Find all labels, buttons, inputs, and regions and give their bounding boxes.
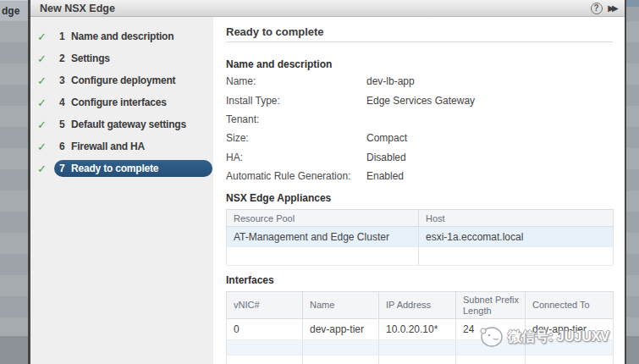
summary-row: Install Type: Edge Services Gateway [226, 91, 613, 109]
summary-row: Name: dev-lb-app [226, 72, 613, 91]
collapse-double-arrow-icon[interactable]: ▶▶ [607, 2, 620, 14]
step-label: Settings [71, 52, 110, 64]
cell-resource-pool: AT-Management and Edge Cluster [227, 227, 419, 247]
column-header-name[interactable]: Name [303, 292, 379, 319]
table-row [227, 247, 614, 266]
step-number: 1 [59, 30, 71, 42]
help-icon[interactable]: ? [590, 2, 603, 14]
summary-row: Automatic Rule Generation: Enabled [226, 167, 613, 185]
check-icon: ✓ [37, 52, 54, 65]
section-title-nsx-edge-appliances: NSX Edge Appliances [226, 192, 613, 204]
step-label: Ready to complete [71, 163, 158, 174]
wizard-step-configure-interfaces[interactable]: ✓ 4Configure interfaces [30, 91, 213, 113]
new-nsx-edge-dialog: New NSX Edge ? ▶▶ ✓ 1Name and descriptio… [28, 0, 626, 364]
section-title-interfaces: Interfaces [226, 274, 613, 286]
step-number: 7 [59, 163, 71, 174]
cell-name: dev-app-tier [303, 319, 379, 340]
field-label: Install Type: [226, 95, 366, 107]
field-value: Disabled [366, 152, 406, 163]
step-label: Default gateway settings [71, 119, 186, 130]
step-label: Name and description [71, 30, 174, 42]
column-header-resource-pool[interactable]: Resource Pool [227, 210, 419, 227]
check-icon: ✓ [37, 30, 54, 43]
field-label: Name: [226, 75, 366, 87]
field-label: Size: [226, 132, 366, 144]
summary-row: Tenant: [226, 110, 613, 129]
name-description-summary: Name: dev-lb-app Install Type: Edge Serv… [226, 72, 613, 185]
ready-to-complete-panel: Ready to complete Name and description N… [213, 17, 625, 364]
step-label: Configure deployment [71, 74, 175, 86]
cell-host [419, 247, 614, 266]
field-value: Compact [366, 132, 407, 144]
table-header-row: vNIC# Name IP Address Subnet Prefix Leng… [227, 292, 614, 319]
column-header-host[interactable]: Host [419, 210, 614, 227]
background-window-left: dge [0, 0, 28, 364]
step-label: Firewall and HA [71, 141, 145, 152]
column-header-connected-to[interactable]: Connected To [526, 292, 614, 319]
column-header-subnet-prefix-length[interactable]: Subnet Prefix Length [456, 292, 526, 319]
table-row [227, 356, 614, 364]
step-number: 6 [59, 141, 71, 152]
cell-connected-to: dev-app-tier [526, 319, 614, 340]
cell-resource-pool [227, 247, 419, 266]
step-number: 3 [59, 74, 71, 86]
field-label: Automatic Rule Generation: [226, 170, 366, 182]
wizard-step-default-gateway-settings[interactable]: ✓ 5Default gateway settings [30, 113, 213, 135]
field-value: Enabled [366, 170, 404, 182]
heading-divider [226, 41, 613, 42]
table-row[interactable]: 0 dev-app-tier 10.0.20.10* 24 dev-app-ti… [227, 319, 614, 340]
wizard-step-settings[interactable]: ✓ 2Settings [30, 47, 213, 69]
table-row[interactable]: AT-Management and Edge Cluster esxi-1a.e… [227, 227, 614, 247]
background-bottom-band [625, 336, 639, 364]
step-number: 5 [59, 119, 71, 130]
background-window-right [625, 0, 639, 364]
check-icon: ✓ [37, 74, 54, 87]
column-header-vnic[interactable]: vNIC# [227, 292, 303, 319]
check-icon: ✓ [37, 163, 54, 175]
interfaces-table: vNIC# Name IP Address Subnet Prefix Leng… [226, 291, 614, 364]
step-number: 2 [59, 52, 71, 64]
step-label: Configure interfaces [71, 97, 167, 108]
wizard-step-name-and-description[interactable]: ✓ 1Name and description [30, 25, 213, 47]
cell-ip-address: 10.0.20.10* [379, 319, 456, 340]
step-number: 4 [59, 97, 71, 108]
summary-row: HA: Disabled [226, 148, 613, 167]
dialog-titlebar: New NSX Edge ? ▶▶ [30, 0, 625, 17]
dialog-title: New NSX Edge [40, 3, 586, 14]
wizard-step-ready-to-complete[interactable]: ✓ 7Ready to complete [30, 157, 213, 179]
table-header-row: Resource Pool Host [227, 210, 614, 227]
field-value: dev-lb-app [366, 75, 415, 87]
nsx-edge-appliances-table: Resource Pool Host AT-Management and Edg… [226, 209, 614, 266]
background-tab-label: dge [0, 0, 28, 21]
wizard-step-firewall-and-ha[interactable]: ✓ 6Firewall and HA [30, 135, 213, 157]
background-top-band [625, 0, 639, 7]
background-bottom-band [0, 336, 28, 364]
field-value: Edge Services Gateway [366, 95, 475, 107]
check-icon: ✓ [37, 141, 54, 153]
column-header-ip-address[interactable]: IP Address [379, 292, 456, 319]
section-title-name-and-description: Name and description [226, 58, 613, 70]
wizard-step-configure-deployment[interactable]: ✓ 3Configure deployment [30, 69, 213, 91]
table-row [227, 340, 614, 356]
field-label: Tenant: [226, 113, 366, 125]
cell-subnet-prefix-length: 24 [456, 319, 526, 340]
check-icon: ✓ [37, 97, 54, 109]
field-label: HA: [226, 152, 366, 163]
wizard-steps-sidebar: ✓ 1Name and description ✓ 2Settings ✓ 3C… [30, 17, 213, 364]
page-title: Ready to complete [226, 25, 613, 38]
check-icon: ✓ [37, 119, 54, 131]
cell-host: esxi-1a.eccomat.local [419, 227, 614, 247]
cell-vnic: 0 [227, 319, 303, 340]
summary-row: Size: Compact [226, 129, 613, 147]
